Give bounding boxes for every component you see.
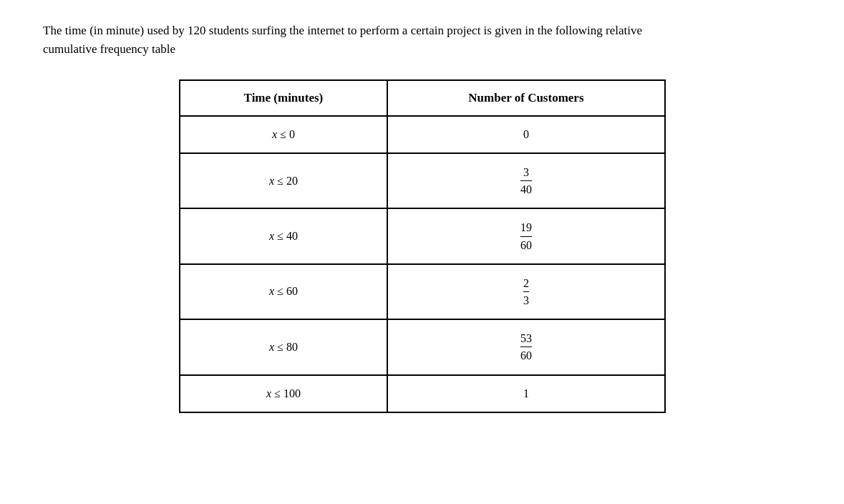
numerator: 19 xyxy=(520,220,532,236)
table-row: x ≤ 6023 xyxy=(180,264,665,319)
time-variable: x xyxy=(269,175,274,187)
value-cell: 1 xyxy=(387,375,664,412)
time-cell: x ≤ 40 xyxy=(180,208,388,263)
table-row: x ≤ 805360 xyxy=(180,319,665,374)
table-row: x ≤ 1001 xyxy=(180,375,665,412)
table-row: x ≤ 20340 xyxy=(180,153,665,208)
fraction-value: 340 xyxy=(520,165,532,196)
frequency-table: Time (minutes) Number of Customers x ≤ 0… xyxy=(179,79,666,413)
time-variable: x xyxy=(272,128,277,140)
time-variable: x xyxy=(269,341,274,353)
col1-header: Time (minutes) xyxy=(180,80,388,116)
denominator: 60 xyxy=(520,237,532,252)
time-variable: x xyxy=(269,285,274,297)
numerator: 2 xyxy=(523,276,529,292)
time-cell: x ≤ 80 xyxy=(180,319,388,374)
numerator: 53 xyxy=(520,331,532,347)
time-cell: x ≤ 60 xyxy=(180,264,388,319)
time-variable: x xyxy=(269,230,274,242)
time-cell: x ≤ 20 xyxy=(180,153,388,208)
value-cell: 1960 xyxy=(387,208,664,263)
fraction-value: 1960 xyxy=(520,220,532,251)
col2-header: Number of Customers xyxy=(387,80,664,116)
table-wrapper: Time (minutes) Number of Customers x ≤ 0… xyxy=(43,79,801,413)
value-cell: 5360 xyxy=(387,319,664,374)
denominator: 40 xyxy=(520,181,532,196)
table-row: x ≤ 401960 xyxy=(180,208,665,263)
time-cell: x ≤ 0 xyxy=(180,116,388,153)
fraction-value: 23 xyxy=(523,276,529,307)
time-variable: x xyxy=(266,387,271,399)
table-header-row: Time (minutes) Number of Customers xyxy=(180,80,665,116)
denominator: 60 xyxy=(520,347,532,362)
fraction-value: 5360 xyxy=(520,331,532,362)
intro-paragraph: The time (in minute) used by 120 student… xyxy=(43,21,687,58)
time-cell: x ≤ 100 xyxy=(180,375,388,412)
value-cell: 23 xyxy=(387,264,664,319)
value-cell: 0 xyxy=(387,116,664,153)
value-cell: 340 xyxy=(387,153,664,208)
numerator: 3 xyxy=(520,165,532,181)
table-row: x ≤ 00 xyxy=(180,116,665,153)
denominator: 3 xyxy=(523,292,529,307)
